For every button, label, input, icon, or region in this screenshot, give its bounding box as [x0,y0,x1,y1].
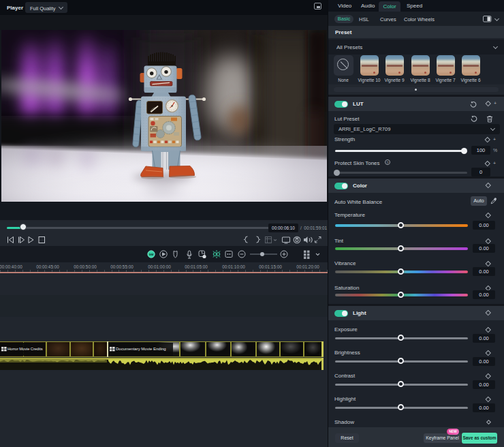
svg-text:SM: SM [149,253,154,256]
